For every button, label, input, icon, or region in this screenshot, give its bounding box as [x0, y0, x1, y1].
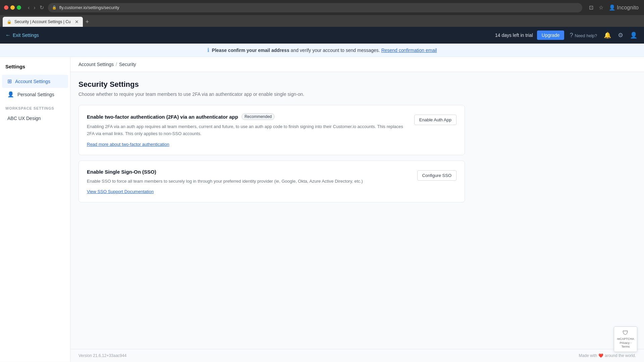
workspace-item-abc[interactable]: ABC UX Design — [2, 113, 68, 124]
content-inner: Security Settings Choose whether to requ… — [70, 72, 473, 216]
recaptcha-logo: 🛡 — [617, 329, 634, 337]
maximize-window-button[interactable] — [17, 5, 21, 10]
back-arrow-icon: ← — [5, 32, 11, 38]
recaptcha-text: reCAPTCHAPrivacy - Terms — [617, 337, 634, 349]
need-help-button[interactable]: ? Need help? — [568, 31, 598, 40]
bookmark-icon[interactable]: ☆ — [597, 3, 605, 12]
bell-icon: 🔔 — [604, 32, 611, 39]
exit-settings-label: Exit Settings — [13, 33, 39, 38]
breadcrumb-current: Security — [119, 62, 136, 67]
sidebar-item-account-settings[interactable]: ⊞ Account Settings — [2, 75, 68, 88]
two-factor-auth-card: Enable two-factor authentication (2FA) v… — [78, 105, 465, 155]
exit-settings-link[interactable]: ← Exit Settings — [5, 32, 39, 38]
sidebar-item-account-settings-label: Account Settings — [15, 79, 50, 84]
settings-button[interactable]: ⚙ — [616, 30, 625, 40]
active-tab[interactable]: 🔒 Security | Account Settings | Cu ✕ — [3, 17, 83, 27]
back-button[interactable]: ‹ — [26, 3, 31, 12]
new-tab-button[interactable]: + — [83, 17, 92, 27]
main-layout: Settings ⊞ Account Settings 👤 Personal S… — [0, 57, 644, 362]
browser-chrome: ‹ › ↻ 🔒 fly.customer.io/settings/securit… — [0, 0, 644, 15]
email-confirmation-banner: ℹ Please confirm your email address and … — [0, 44, 644, 57]
profile-icon[interactable]: 👤 Incognito — [607, 3, 640, 12]
banner-text: Please confirm your email address and ve… — [212, 48, 437, 53]
configure-sso-button[interactable]: Configure SSO — [417, 170, 457, 181]
page-title: Security Settings — [78, 80, 465, 89]
person-icon: 👤 — [7, 91, 14, 98]
sso-description: Enable SSO to force all team members to … — [87, 178, 409, 185]
info-icon: ℹ — [207, 47, 209, 53]
help-icon: ? — [570, 32, 573, 39]
tab-close-button[interactable]: ✕ — [75, 19, 79, 24]
tab-title: Security | Account Settings | Cu — [14, 19, 71, 24]
sidebar-title: Settings — [0, 64, 70, 75]
refresh-button[interactable]: ↻ — [38, 3, 45, 12]
sidebar-item-personal-settings[interactable]: 👤 Personal Settings — [2, 88, 68, 101]
version-text: Version 21.6.12+33aac944 — [78, 353, 126, 358]
sso-title: Enable Single Sign-On (SSO) — [87, 169, 409, 175]
minimize-window-button[interactable] — [10, 5, 15, 10]
two-factor-auth-link[interactable]: Read more about two-factor authenticatio… — [87, 142, 169, 147]
close-window-button[interactable] — [4, 5, 8, 10]
page-description: Choose whether to require your team memb… — [78, 92, 465, 97]
two-factor-auth-description: Enabling 2FA via an auth app requires al… — [87, 123, 406, 137]
trial-text: 14 days left in trial — [495, 33, 533, 38]
tab-favicon: 🔒 — [7, 19, 12, 24]
notifications-button[interactable]: 🔔 — [602, 30, 612, 40]
sso-link[interactable]: View SSO Support Documentation — [87, 189, 154, 194]
sidebar: Settings ⊞ Account Settings 👤 Personal S… — [0, 57, 70, 362]
grid-icon: ⊞ — [7, 78, 12, 84]
two-factor-auth-action: Enable Auth App — [414, 113, 457, 125]
two-factor-auth-title: Enable two-factor authentication (2FA) v… — [87, 113, 406, 120]
lock-icon: 🔒 — [52, 5, 57, 10]
sso-card: Enable Single Sign-On (SSO) Enable SSO t… — [78, 161, 465, 203]
recommended-badge: Recommended — [241, 113, 275, 120]
enable-auth-app-button[interactable]: Enable Auth App — [414, 115, 457, 125]
workspace-item-label: ABC UX Design — [7, 116, 41, 121]
tab-bar: 🔒 Security | Account Settings | Cu ✕ + — [0, 15, 644, 27]
footer-right: Made with ❤️ around the world. — [579, 353, 636, 358]
content-footer: Version 21.6.12+33aac944 Made with ❤️ ar… — [70, 349, 644, 362]
recaptcha-badge: 🛡 reCAPTCHAPrivacy - Terms — [614, 326, 637, 352]
browser-navigation: ‹ › ↻ — [26, 3, 45, 12]
resend-confirmation-link[interactable]: Resend confirmation email — [381, 48, 437, 53]
breadcrumb: Account Settings / Security — [70, 57, 644, 72]
browser-action-buttons: ⊡ ☆ 👤 Incognito — [588, 3, 640, 12]
url-display: fly.customer.io/settings/security — [59, 5, 119, 10]
address-bar[interactable]: 🔒 fly.customer.io/settings/security — [48, 3, 582, 12]
heart-icon: ❤️ — [598, 353, 603, 358]
profile-button[interactable]: 👤 — [629, 30, 639, 40]
breadcrumb-parent-link[interactable]: Account Settings — [78, 62, 114, 67]
forward-button[interactable]: › — [32, 3, 37, 12]
user-icon: 👤 — [630, 32, 637, 39]
upgrade-button[interactable]: Upgrade — [537, 31, 565, 40]
workspace-settings-label: Workspace Settings — [0, 101, 70, 113]
sso-action: Configure SSO — [417, 169, 457, 181]
content-area: Account Settings / Security Security Set… — [70, 57, 644, 362]
window-controls — [4, 5, 21, 10]
app-header: ← Exit Settings 14 days left in trial Up… — [0, 27, 644, 44]
breadcrumb-separator: / — [116, 62, 117, 67]
two-factor-auth-content: Enable two-factor authentication (2FA) v… — [87, 113, 406, 147]
banner-bold-text: Please confirm your email address — [212, 48, 289, 53]
cast-icon[interactable]: ⊡ — [588, 3, 595, 12]
sso-content: Enable Single Sign-On (SSO) Enable SSO t… — [87, 169, 409, 194]
header-right-section: 14 days left in trial Upgrade ? Need hel… — [495, 30, 639, 40]
gear-icon: ⚙ — [618, 32, 623, 39]
sidebar-item-personal-settings-label: Personal Settings — [17, 92, 54, 97]
